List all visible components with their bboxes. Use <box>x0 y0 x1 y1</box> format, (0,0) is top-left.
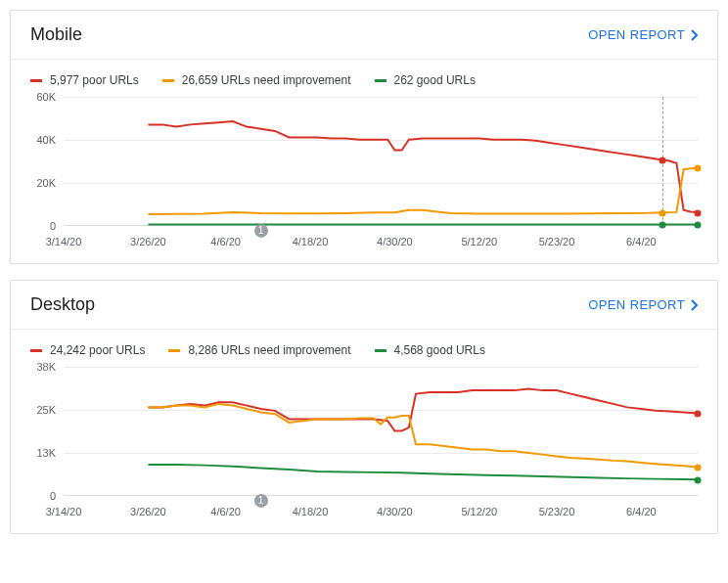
legend-item-good: 262 good URLs <box>375 73 476 87</box>
desktop-card: Desktop OPEN REPORT 24,242 poor URLs 8,2… <box>10 280 718 534</box>
hover-point-good <box>660 222 666 229</box>
open-report-label: OPEN REPORT <box>588 27 685 42</box>
legend-text: 8,286 URLs need improvement <box>188 343 350 357</box>
chart-wrap: 013K25K38K13/14/203/26/204/6/204/18/204/… <box>11 363 717 533</box>
legend-text: 26,659 URLs need improvement <box>182 73 351 87</box>
swatch-good <box>375 349 387 352</box>
chevron-right-icon <box>691 29 698 41</box>
x-tick: 5/12/20 <box>461 236 497 247</box>
y-tick: 60K <box>36 91 56 103</box>
swatch-good <box>375 79 387 82</box>
y-tick: 0 <box>50 220 56 232</box>
x-tick: 5/23/20 <box>539 236 575 247</box>
y-tick: 40K <box>36 134 56 146</box>
legend-item-needs: 8,286 URLs need improvement <box>168 343 350 357</box>
legend-item-good: 4,568 good URLs <box>375 343 485 357</box>
hover-point-poor <box>660 157 666 163</box>
legend: 24,242 poor URLs 8,286 URLs need improve… <box>11 330 717 363</box>
end-point-needs <box>695 465 702 471</box>
swatch-poor <box>30 349 42 352</box>
y-tick: 38K <box>36 361 56 373</box>
card-header: Desktop OPEN REPORT <box>11 281 717 330</box>
series-poor <box>148 121 698 212</box>
x-tick: 4/18/20 <box>293 506 329 517</box>
chart-wrap: 020K40K60K13/14/203/26/204/6/204/18/204/… <box>11 93 717 263</box>
end-point-poor <box>695 410 702 417</box>
x-tick: 6/4/20 <box>626 506 657 517</box>
chevron-right-icon <box>691 299 698 311</box>
end-point-good <box>695 477 702 484</box>
x-tick: 5/23/20 <box>539 506 575 517</box>
x-tick: 3/14/20 <box>46 236 82 247</box>
mobile-card: Mobile OPEN REPORT 5,977 poor URLs 26,65… <box>10 10 718 264</box>
open-report-link[interactable]: OPEN REPORT <box>588 27 698 42</box>
swatch-needs <box>162 79 174 82</box>
x-tick: 4/6/20 <box>210 506 241 517</box>
hover-point-needs <box>660 210 666 217</box>
open-report-link[interactable]: OPEN REPORT <box>588 297 698 312</box>
chart[interactable]: 020K40K60K13/14/203/26/204/6/204/18/204/… <box>30 97 698 253</box>
y-tick: 25K <box>36 404 56 416</box>
open-report-label: OPEN REPORT <box>588 297 685 312</box>
end-point-needs <box>695 165 702 172</box>
swatch-poor <box>30 79 42 82</box>
x-tick: 3/14/20 <box>46 506 82 517</box>
x-tick: 3/26/20 <box>130 236 166 247</box>
legend: 5,977 poor URLs 26,659 URLs need improve… <box>11 60 717 93</box>
series-good <box>148 465 698 479</box>
series-needs <box>148 404 698 468</box>
series-poor <box>148 388 698 430</box>
x-tick: 4/6/20 <box>210 236 241 247</box>
card-header: Mobile OPEN REPORT <box>11 11 717 60</box>
x-tick: 4/30/20 <box>377 506 413 517</box>
y-tick: 20K <box>36 177 56 189</box>
card-title: Mobile <box>30 24 82 45</box>
legend-text: 5,977 poor URLs <box>50 73 139 87</box>
y-tick: 13K <box>36 447 56 459</box>
swatch-needs <box>168 349 180 352</box>
x-tick: 4/18/20 <box>293 236 329 247</box>
x-tick: 3/26/20 <box>130 506 166 517</box>
series-needs <box>148 168 698 214</box>
legend-text: 24,242 poor URLs <box>50 343 145 357</box>
end-point-good <box>695 222 702 229</box>
chart[interactable]: 013K25K38K13/14/203/26/204/6/204/18/204/… <box>30 367 698 523</box>
legend-text: 262 good URLs <box>394 73 476 87</box>
end-point-poor <box>695 209 702 216</box>
legend-item-poor: 5,977 poor URLs <box>30 73 139 87</box>
legend-text: 4,568 good URLs <box>394 343 485 357</box>
card-title: Desktop <box>30 294 95 315</box>
x-tick: 4/30/20 <box>377 236 413 247</box>
x-tick: 6/4/20 <box>626 236 657 247</box>
x-tick: 5/12/20 <box>461 506 497 517</box>
legend-item-poor: 24,242 poor URLs <box>30 343 145 357</box>
legend-item-needs: 26,659 URLs need improvement <box>162 73 351 87</box>
y-tick: 0 <box>50 490 56 502</box>
